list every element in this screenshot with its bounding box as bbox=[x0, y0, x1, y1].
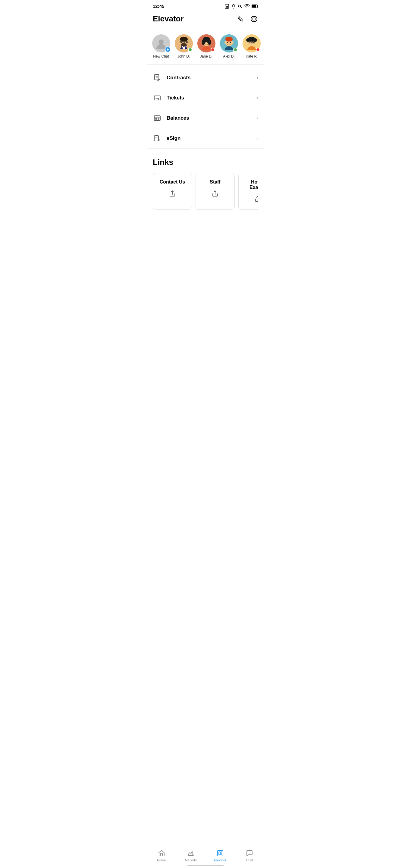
balances-menu-item[interactable]: Balances › bbox=[147, 108, 264, 128]
new-chat-avatar-wrapper: + bbox=[152, 34, 170, 53]
alex-avatar-wrapper bbox=[220, 34, 238, 53]
nav-home[interactable]: Home bbox=[153, 849, 170, 862]
esign-menu-item[interactable]: xS eSign › bbox=[147, 128, 264, 149]
contracts-label: Contracts bbox=[167, 75, 257, 81]
svg-rect-2 bbox=[227, 6, 228, 7]
svg-point-18 bbox=[186, 41, 187, 43]
jane-label: Jane D. bbox=[200, 54, 213, 59]
svg-rect-47 bbox=[158, 119, 159, 119]
links-section: Links Contact Us Staff Hours Ex bbox=[147, 152, 264, 213]
staff-external-icon bbox=[211, 190, 219, 198]
sim-icon bbox=[224, 4, 229, 9]
tickets-menu-item[interactable]: Tickets › bbox=[147, 88, 264, 108]
john-label: John D. bbox=[178, 54, 190, 59]
contracts-menu-item[interactable]: Contracts › bbox=[147, 68, 264, 88]
tickets-label: Tickets bbox=[167, 95, 257, 101]
svg-rect-45 bbox=[154, 116, 160, 121]
kate-label: Kate P. bbox=[246, 54, 257, 59]
svg-point-31 bbox=[224, 41, 226, 44]
chat-nav-label: Chat bbox=[246, 858, 253, 862]
elevator-nav-icon bbox=[216, 849, 224, 857]
jane-avatar-wrapper bbox=[197, 34, 216, 53]
balances-icon bbox=[153, 114, 162, 123]
phone-icon bbox=[237, 15, 245, 23]
svg-point-37 bbox=[253, 38, 257, 42]
svg-point-9 bbox=[159, 39, 164, 44]
elevator-nav-label: Elevator bbox=[214, 858, 226, 862]
svg-point-17 bbox=[181, 41, 182, 43]
contracts-icon bbox=[153, 73, 162, 82]
alex-label: Alex D. bbox=[223, 54, 235, 59]
menu-list: Contracts › Tickets › Balances › bbox=[147, 65, 264, 152]
svg-point-5 bbox=[247, 8, 247, 8]
contact-us-label: Contact Us bbox=[160, 179, 185, 185]
john-status-dot bbox=[188, 48, 192, 52]
globe-icon bbox=[250, 15, 258, 23]
esign-icon: xS bbox=[153, 134, 162, 143]
svg-point-24 bbox=[204, 42, 205, 43]
app-header: Elevator bbox=[147, 11, 264, 28]
new-chat-plus-badge: + bbox=[165, 46, 171, 53]
globe-button[interactable] bbox=[250, 15, 258, 23]
svg-point-13 bbox=[180, 37, 188, 41]
kate-status-dot bbox=[256, 48, 260, 52]
svg-rect-1 bbox=[226, 6, 227, 7]
nav-markets[interactable]: Markets bbox=[182, 849, 200, 862]
alex-status-dot bbox=[233, 48, 238, 52]
chat-nav-icon bbox=[246, 849, 253, 857]
kate-avatar-wrapper bbox=[243, 34, 261, 53]
svg-point-25 bbox=[207, 42, 209, 43]
wifi-icon bbox=[244, 4, 250, 8]
hours-exam-label: Hours Exam... bbox=[243, 179, 258, 190]
svg-rect-46 bbox=[156, 119, 157, 119]
esign-label: eSign bbox=[167, 135, 257, 141]
contact-john[interactable]: John D. bbox=[172, 34, 195, 59]
key-icon bbox=[238, 4, 243, 9]
svg-point-29 bbox=[227, 42, 228, 43]
header-action-icons bbox=[236, 15, 258, 23]
hours-exam-external-icon bbox=[254, 195, 258, 204]
svg-rect-3 bbox=[226, 7, 228, 7]
svg-rect-0 bbox=[225, 4, 229, 8]
notification-icon bbox=[231, 4, 236, 9]
staff-link[interactable]: Staff bbox=[195, 173, 235, 210]
svg-rect-50 bbox=[218, 850, 223, 856]
svg-point-30 bbox=[230, 42, 231, 43]
balances-chevron: › bbox=[257, 116, 258, 121]
contact-kate[interactable]: Kate P. bbox=[240, 34, 263, 59]
john-avatar-wrapper bbox=[175, 34, 193, 53]
home-indicator bbox=[187, 865, 224, 866]
status-icons bbox=[224, 4, 258, 9]
svg-rect-52 bbox=[221, 852, 222, 855]
svg-point-28 bbox=[225, 37, 232, 41]
svg-text:xS: xS bbox=[157, 139, 160, 142]
links-grid: Contact Us Staff Hours Exam... bbox=[153, 173, 258, 210]
nav-elevator[interactable]: Elevator bbox=[211, 849, 229, 862]
markets-nav-icon bbox=[187, 849, 195, 857]
app-title: Elevator bbox=[153, 14, 184, 24]
new-chat-contact[interactable]: + New Chat bbox=[150, 34, 172, 59]
home-nav-icon bbox=[158, 849, 165, 857]
tickets-chevron: › bbox=[257, 95, 258, 101]
svg-rect-51 bbox=[219, 852, 220, 855]
staff-label: Staff bbox=[210, 179, 221, 185]
svg-point-42 bbox=[253, 42, 254, 43]
balances-label: Balances bbox=[167, 115, 257, 121]
nav-chat[interactable]: Chat bbox=[241, 849, 258, 862]
status-bar: 12:45 bbox=[147, 0, 264, 11]
status-time: 12:45 bbox=[153, 4, 164, 9]
markets-nav-label: Markets bbox=[185, 858, 197, 862]
new-chat-label: New Chat bbox=[153, 54, 169, 59]
home-nav-label: Home bbox=[157, 858, 166, 862]
phone-button[interactable] bbox=[236, 15, 245, 23]
svg-point-41 bbox=[250, 42, 250, 43]
esign-chevron: › bbox=[257, 135, 258, 141]
contact-alex[interactable]: Alex D. bbox=[218, 34, 240, 59]
contact-us-link[interactable]: Contact Us bbox=[153, 173, 192, 210]
svg-rect-44 bbox=[154, 96, 160, 100]
contact-jane[interactable]: Jane D. bbox=[195, 34, 218, 59]
svg-rect-7 bbox=[252, 5, 256, 7]
contacts-row: + New Chat bbox=[147, 28, 264, 65]
contracts-chevron: › bbox=[257, 75, 258, 81]
hours-exam-link[interactable]: Hours Exam... bbox=[238, 173, 258, 210]
